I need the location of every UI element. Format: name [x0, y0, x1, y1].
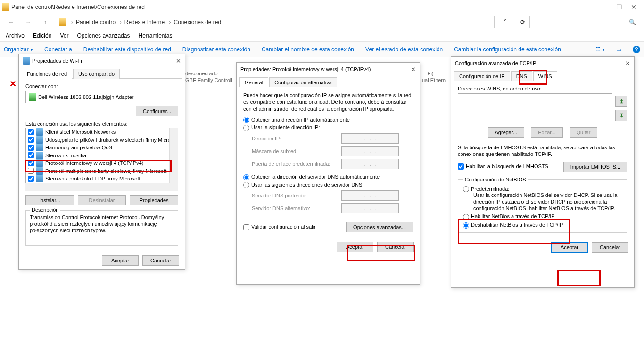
refresh-button[interactable]: ⟳ [516, 16, 530, 28]
close-icon[interactable]: ✕ [625, 60, 630, 67]
menu-tools[interactable]: Herramientas [138, 33, 172, 39]
view-options-icon[interactable]: ☷ ▾ [595, 46, 605, 53]
edit-button[interactable]: Editar... [531, 127, 562, 138]
properties-button[interactable]: Propiedades [130, 195, 178, 205]
netbios-default-desc: Usar la configuración NetBIOS del servid… [463, 192, 622, 212]
tab-sharing[interactable]: Uso compartido [73, 69, 120, 79]
dns1-label: Servidor DNS preferido: [252, 193, 341, 198]
connect-to-link[interactable]: Conectar a [44, 46, 72, 53]
up-button[interactable]: ↑ [39, 16, 52, 28]
ok-button[interactable]: Aceptar [551, 242, 588, 253]
tab-ip-config[interactable]: Configuración de IP [454, 71, 510, 81]
netbios-enable-radio[interactable]: Habilitar NetBios a través de TCP/IP [463, 213, 555, 219]
list-item[interactable]: Klient sieci Microsoft Networks [45, 129, 116, 135]
breadcrumb[interactable]: Conexiones de red [173, 19, 221, 25]
configure-button[interactable]: Configurar... [136, 106, 178, 116]
ip-auto-radio[interactable]: Obtener una dirección IP automáticamente [243, 117, 350, 122]
component-icon [36, 175, 43, 182]
close-button[interactable]: ✕ [631, 3, 636, 11]
netbios-default-radio[interactable]: Predeterminada: [463, 186, 509, 192]
menu-file[interactable]: Archivo [6, 33, 25, 39]
search-icon: 🔍 [629, 19, 636, 25]
item-checkbox[interactable] [28, 145, 34, 151]
advanced-button[interactable]: Opciones avanzadas... [346, 222, 413, 232]
menu-edit[interactable]: Edición [33, 33, 51, 39]
diagnose-link[interactable]: Diagnosticar esta conexión [182, 46, 250, 53]
network-icon [23, 57, 30, 65]
component-icon [36, 136, 43, 144]
list-item[interactable]: Protokół multipleksera karty sieciowej f… [45, 168, 166, 174]
dialog-title: Configuración avanzada de TCP/IP [455, 60, 625, 66]
dns-auto-radio[interactable]: Obtener la dirección del servidor DNS au… [243, 174, 380, 180]
settings-link[interactable]: Cambiar la configuración de esta conexió… [454, 46, 561, 53]
cancel-button[interactable]: Cancelar [592, 242, 628, 253]
components-listbox[interactable]: Klient sieci Microsoft Networks Udostępn… [25, 128, 178, 183]
cancel-button[interactable]: Cancelar [142, 255, 179, 266]
preview-pane-icon[interactable]: ▭ [616, 46, 621, 53]
connect-with-label: Conectar con: [25, 83, 178, 89]
lmhosts-checkbox[interactable]: Habilitar la búsqueda de LMHOSTS [458, 163, 548, 170]
breadcrumb[interactable]: Redes e Internet [124, 19, 166, 25]
h-scrollbar[interactable] [25, 183, 178, 191]
list-item[interactable]: Sterownik mostka [45, 153, 86, 158]
status-link[interactable]: Ver el estado de esta conexión [365, 46, 443, 53]
cancel-button[interactable]: Cancelar [377, 242, 414, 252]
tab-alt-config[interactable]: Configuración alternativa [269, 77, 337, 87]
rename-link[interactable]: Cambiar el nombre de esta conexión [262, 46, 354, 53]
tab-network-functions[interactable]: Funciones de red [22, 69, 72, 79]
uninstall-button[interactable]: Desinstalar [78, 195, 126, 205]
install-button[interactable]: Instalar... [25, 195, 74, 205]
list-item[interactable]: Harmonogram pakietów QoS [45, 145, 112, 150]
item-checkbox[interactable] [28, 160, 34, 166]
chevron-right-icon: › [71, 19, 73, 25]
bg-status: desconectado [185, 71, 218, 76]
search-input[interactable]: 🔍 [534, 16, 639, 28]
item-checkbox[interactable] [28, 152, 34, 158]
add-button[interactable]: Agregar... [488, 127, 525, 138]
item-checkbox[interactable] [28, 137, 34, 143]
remove-button[interactable]: Quitar [570, 127, 598, 138]
list-item[interactable]: Udostępnianie plików i drukarek w siecia… [45, 137, 173, 143]
disable-device-link[interactable]: Deshabilitar este dispositivo de red [83, 46, 171, 53]
back-button[interactable]: ← [5, 16, 18, 28]
import-lmhosts-button[interactable]: Importar LMHOSTS... [563, 162, 627, 172]
dns2-field: . . . [341, 203, 399, 213]
scrollbar[interactable] [169, 128, 178, 183]
move-down-button[interactable]: ↧ [615, 110, 627, 121]
ok-button[interactable]: Aceptar [337, 242, 373, 252]
ip-address-label: Dirección IP: [252, 136, 341, 141]
folder-icon [59, 18, 66, 26]
maximize-button[interactable]: ☐ [616, 3, 622, 11]
dns-manual-radio[interactable]: Usar las siguientes direcciones de servi… [243, 182, 363, 188]
wins-listbox[interactable] [458, 93, 612, 123]
component-icon [36, 167, 43, 175]
ipv4-properties-dialog: Propiedades: Protokół internetowy w wers… [236, 62, 420, 285]
netbios-legend: Configuración de NetBIOS [463, 177, 528, 182]
list-item[interactable]: Sterownik protokołu LLDP firmy Microsoft [45, 176, 140, 181]
close-icon[interactable]: ✕ [176, 57, 181, 65]
uses-label: Esta conexión usa los siguientes element… [25, 121, 178, 127]
ip-manual-radio[interactable]: Usar la siguiente dirección IP: [243, 124, 320, 130]
forward-button[interactable]: → [22, 16, 35, 28]
component-icon [36, 152, 43, 159]
item-checkbox[interactable] [28, 176, 34, 182]
ok-button[interactable]: Aceptar [102, 255, 139, 266]
address-dropdown[interactable]: ˅ [498, 16, 512, 28]
address-bar[interactable]: › Panel de control › Redes e Internet › … [56, 16, 495, 28]
item-checkbox[interactable] [28, 168, 34, 174]
tab-general[interactable]: General [239, 77, 268, 87]
help-icon[interactable]: ? [633, 46, 640, 53]
menu-view[interactable]: Ver [60, 33, 68, 39]
item-checkbox[interactable] [28, 129, 34, 135]
minimize-button[interactable]: — [601, 3, 608, 11]
validate-checkbox[interactable]: Validar configuración al salir [243, 224, 316, 230]
close-icon[interactable]: ✕ [411, 66, 416, 73]
list-item-tcpipv4[interactable]: Protokół internetowy w wersji 4 (TCP/IPv… [45, 160, 143, 166]
organize-dropdown[interactable]: Organizar ▾ [4, 46, 33, 53]
breadcrumb[interactable]: Panel de control [76, 19, 117, 25]
tab-dns[interactable]: DNS [511, 71, 532, 81]
move-up-button[interactable]: ↥ [615, 96, 627, 107]
menu-advanced[interactable]: Opciones avanzadas [77, 33, 130, 39]
tab-wins[interactable]: WINS [533, 71, 557, 81]
netbios-disable-radio[interactable]: Deshabilitar NetBios a través de TCP/IP [463, 222, 563, 228]
